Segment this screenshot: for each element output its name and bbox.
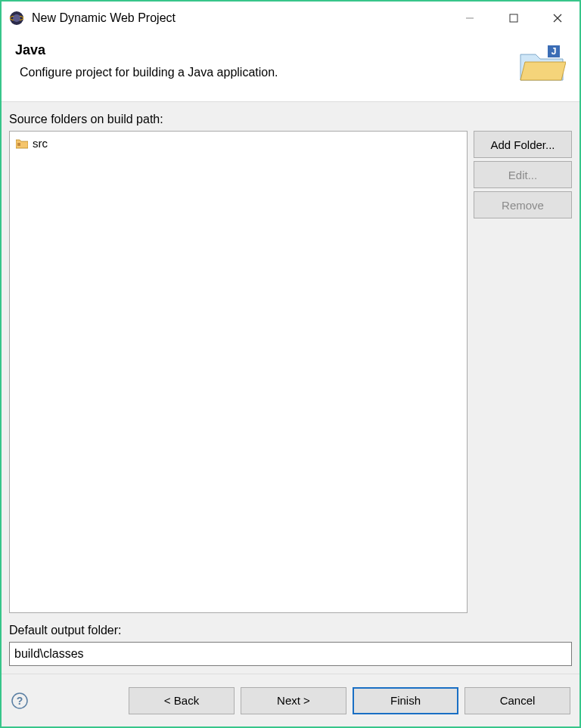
finish-button[interactable]: Finish	[353, 687, 458, 714]
output-folder-input[interactable]	[9, 642, 572, 666]
window-controls	[448, 2, 579, 35]
folder-buttons: Add Folder... Edit... Remove	[474, 131, 572, 613]
back-button[interactable]: < Back	[129, 687, 235, 714]
source-folders-list[interactable]: src	[9, 131, 468, 613]
close-button[interactable]	[536, 2, 579, 35]
page-title: Java	[15, 42, 508, 58]
source-folders-label: Source folders on build path:	[9, 113, 572, 126]
next-button[interactable]: Next >	[241, 687, 346, 714]
svg-marker-8	[520, 62, 566, 80]
svg-text:J: J	[551, 46, 557, 57]
svg-text:?: ?	[17, 695, 23, 707]
package-folder-icon	[16, 138, 28, 149]
cancel-button[interactable]: Cancel	[464, 687, 570, 714]
maximize-button[interactable]	[492, 2, 536, 35]
wizard-body: Source folders on build path: src Add Fo…	[2, 102, 579, 674]
add-folder-button[interactable]: Add Folder...	[474, 131, 572, 158]
title-bar: New Dynamic Web Project	[2, 2, 579, 35]
list-item[interactable]: src	[16, 136, 461, 150]
java-folder-icon: J	[517, 42, 566, 85]
minimize-button[interactable]	[448, 2, 492, 35]
page-subtitle: Configure project for building a Java ap…	[15, 66, 508, 79]
edit-button[interactable]: Edit...	[474, 161, 572, 188]
wizard-footer: ? < Back Next > Finish Cancel	[2, 674, 579, 726]
output-folder-label: Default output folder:	[9, 624, 572, 637]
window-title: New Dynamic Web Project	[32, 11, 448, 25]
list-item-label: src	[33, 137, 48, 150]
eclipse-icon	[9, 11, 24, 26]
svg-rect-12	[17, 143, 20, 146]
remove-button[interactable]: Remove	[474, 191, 572, 218]
svg-point-2	[13, 14, 20, 22]
help-icon[interactable]: ?	[11, 692, 29, 710]
svg-rect-4	[510, 14, 517, 22]
wizard-header: Java Configure project for building a Ja…	[2, 35, 579, 102]
